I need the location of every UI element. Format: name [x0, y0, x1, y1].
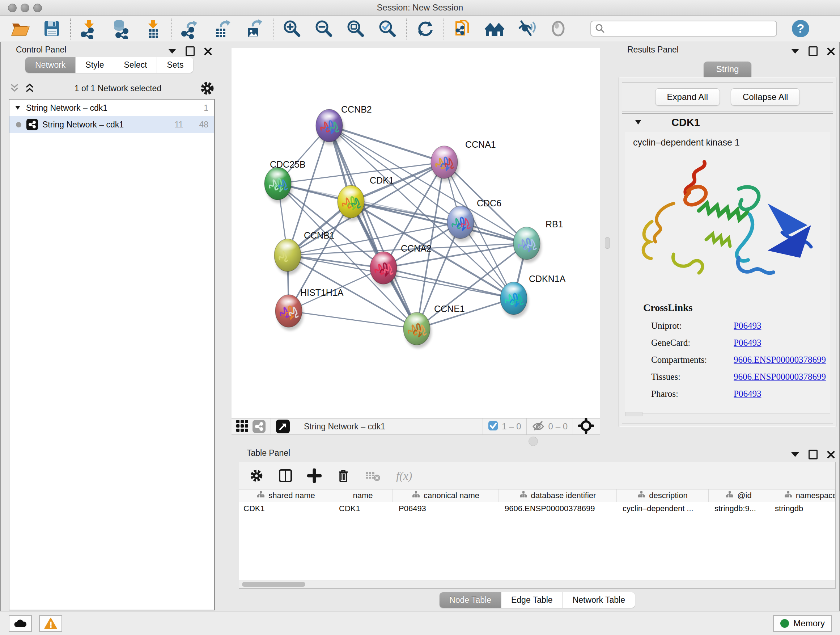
entry-collapse-icon[interactable] [622, 119, 655, 126]
table-cell[interactable]: CDK1 [239, 502, 333, 515]
collapse-all-button[interactable]: Collapse All [731, 88, 800, 106]
table-cell[interactable]: stringdb [769, 502, 836, 515]
column-header-name[interactable]: name [333, 489, 393, 502]
collapse-all-icon[interactable] [9, 83, 21, 94]
warning-status-button[interactable] [39, 615, 62, 632]
right-splitter-handle[interactable] [605, 237, 610, 249]
entry-scrollbar[interactable] [625, 412, 643, 416]
zoom-selected-icon[interactable] [377, 18, 398, 39]
network-options-gear-icon[interactable] [200, 81, 215, 96]
show-hide-details-icon[interactable] [516, 18, 537, 39]
node-CDKN1A[interactable]: CDKN1A [500, 274, 566, 318]
edge-CDKN1A-CCNE1[interactable] [417, 298, 514, 329]
column-header-shared-name[interactable]: shared name [239, 489, 333, 502]
search-input[interactable] [591, 21, 777, 36]
export-table-icon[interactable] [212, 18, 233, 39]
network-row[interactable]: String Network – cdk1 11 48 [9, 116, 214, 133]
cloud-status-button[interactable] [9, 615, 32, 632]
export-network-icon[interactable] [180, 18, 201, 39]
column-header-namespace[interactable]: namespace [769, 489, 836, 502]
zoom-in-icon[interactable] [281, 18, 302, 39]
selected-checkbox-icon[interactable] [488, 421, 498, 432]
edge-CCNB2-CCNA1[interactable] [329, 126, 444, 162]
network-canvas[interactable]: CCNB2 CCNA1 CDC25B CDK1 CDC6 [232, 48, 600, 435]
table-cell[interactable]: CDK1 [333, 502, 393, 515]
table-panel-float-icon[interactable] [808, 450, 818, 459]
node-count: 11 [175, 120, 183, 130]
tab-node-table[interactable]: Node Table [439, 592, 501, 608]
memory-button[interactable]: Memory [773, 615, 832, 632]
pan-crosshair-icon[interactable] [578, 418, 594, 435]
hidden-eye-slash-icon[interactable] [532, 421, 545, 432]
tab-edge-table[interactable]: Edge Table [501, 592, 563, 608]
results-panel-close-icon[interactable] [827, 48, 835, 55]
crosslink-link[interactable]: 9606.ENSP00000378699 [734, 355, 826, 365]
export-image-icon[interactable] [244, 18, 265, 39]
edge-HIST1H1A-CCNE1[interactable] [289, 311, 417, 329]
network-graph[interactable]: CCNB2 CCNA1 CDC25B CDK1 CDC6 [232, 48, 600, 419]
table-cell[interactable]: P06493 [393, 502, 499, 515]
import-network-icon[interactable] [79, 18, 100, 39]
zoom-out-icon[interactable] [313, 18, 334, 39]
control-panel-menu-icon[interactable] [168, 49, 176, 54]
add-column-icon[interactable] [307, 469, 322, 483]
control-panel-close-icon[interactable] [204, 48, 212, 55]
zoom-fit-icon[interactable] [345, 18, 366, 39]
string-home-icon[interactable] [484, 18, 505, 39]
apply-preferred-layout-icon[interactable] [415, 18, 436, 39]
edge-CCNB2-RB1[interactable] [329, 126, 527, 243]
column-header-canonical-name[interactable]: canonical name [393, 489, 499, 502]
detach-view-icon[interactable] [276, 420, 290, 433]
edge-CCNA1-CCNB1[interactable] [287, 162, 444, 255]
entry-description: cyclin–dependent kinase 1 [625, 132, 830, 148]
birds-eye-view-icon[interactable] [548, 18, 569, 39]
tab-network[interactable]: Network [25, 57, 76, 73]
bottom-splitter-handle[interactable] [529, 437, 538, 446]
expand-all-icon[interactable] [24, 83, 36, 94]
tab-style[interactable]: Style [76, 57, 114, 73]
control-panel-float-icon[interactable] [186, 46, 195, 56]
show-columns-icon[interactable] [278, 469, 293, 483]
share-view-icon[interactable] [253, 420, 265, 433]
delete-column-icon[interactable] [336, 469, 351, 483]
node-CCNE1[interactable]: CCNE1 [403, 304, 465, 348]
import-table-icon[interactable] [142, 18, 164, 39]
table-options-gear-icon[interactable] [249, 469, 264, 483]
window-title: Session: New Session [0, 3, 840, 13]
node-CCNA1[interactable]: CCNA1 [431, 139, 496, 182]
crosslink-link[interactable]: P06493 [734, 321, 761, 331]
tab-sets[interactable]: Sets [157, 57, 193, 73]
help-icon[interactable]: ? [790, 18, 811, 39]
crosslink-link[interactable]: P06493 [734, 389, 761, 399]
crosslink-row: Pharos:P06493 [625, 385, 830, 402]
table-panel-close-icon[interactable] [827, 451, 835, 459]
crosslink-link[interactable]: 9606.ENSP00000378699 [734, 372, 826, 382]
table-cell[interactable]: stringdb:9... [709, 502, 769, 515]
crosslink-row: Tissues:9606.ENSP00000378699 [625, 368, 830, 385]
import-network-from-database-icon[interactable] [111, 18, 132, 39]
results-panel-menu-icon[interactable] [791, 49, 799, 54]
expand-all-button[interactable]: Expand All [655, 88, 720, 106]
edge-CCNA2-CDKN1A[interactable] [384, 268, 514, 298]
node-HIST1H1A[interactable]: HIST1H1A [275, 287, 344, 331]
open-session-icon[interactable] [9, 18, 30, 39]
tab-network-table[interactable]: Network Table [563, 592, 635, 608]
table-panel-menu-icon[interactable] [791, 452, 799, 457]
network-collection-row[interactable]: String Network – cdk1 1 [9, 100, 214, 116]
column-header-description[interactable]: description [617, 489, 709, 502]
scrollbar-thumb[interactable] [242, 582, 305, 587]
tab-string[interactable]: String [704, 62, 752, 77]
table-cell[interactable]: cyclin–dependent ... [617, 502, 709, 515]
cloud-icon [13, 618, 27, 629]
column-header-database-identifier[interactable]: database identifier [499, 489, 617, 502]
results-panel-float-icon[interactable] [808, 46, 818, 56]
node-RB1[interactable]: RB1 [513, 219, 563, 263]
edge-CCNB2-CCNE1[interactable] [329, 126, 417, 329]
save-session-icon[interactable] [41, 18, 62, 39]
column-header--id[interactable]: @id [709, 489, 769, 502]
crosslink-link[interactable]: P06493 [734, 338, 761, 348]
table-cell[interactable]: 9606.ENSP00000378699 [499, 502, 617, 515]
import-string-network-icon[interactable] [452, 18, 473, 39]
grid-view-icon[interactable] [236, 420, 248, 433]
tab-select[interactable]: Select [114, 57, 157, 73]
